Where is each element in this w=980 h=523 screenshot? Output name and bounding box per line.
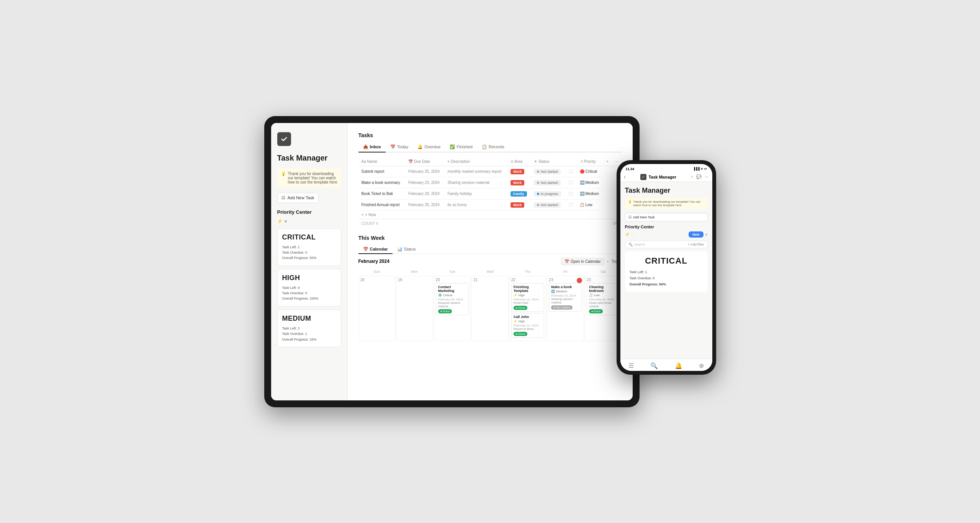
tablet-screen: Task Manager 💡 Thank you for downloading… <box>271 123 633 400</box>
sidebar: Task Manager 💡 Thank you for downloading… <box>271 123 348 400</box>
task-checkbox-cell[interactable]: ☐ <box>566 199 576 210</box>
phone-search-icon: 🔍 <box>628 243 633 246</box>
table-footer: COUNT 4 0% <box>358 219 622 228</box>
area-badge: Work <box>510 202 524 208</box>
done-status-badge-2: ● Done <box>514 306 528 310</box>
task-checkbox-cell[interactable]: ☐ <box>566 166 576 177</box>
notice-text: Thank you for downloading our template! … <box>288 172 337 184</box>
row-checkbox[interactable]: ☐ <box>569 169 573 174</box>
col-priority: ↗ Priority <box>577 157 603 166</box>
table-row[interactable]: Finished Annual report February 25, 2024… <box>358 199 622 210</box>
records-icon: 📋 <box>482 144 487 149</box>
medium-task-overdue: Task Overdue: 1 <box>282 331 336 336</box>
tablet-device: Task Manager 💡 Thank you for downloading… <box>264 116 640 407</box>
app-title: Task Manager <box>277 154 341 162</box>
phone-add-filter-label[interactable]: + Add filter <box>688 243 704 246</box>
tab-status[interactable]: 📊 Status <box>393 245 420 254</box>
left-chevron-icon[interactable]: ‹ <box>607 259 608 264</box>
add-nav-icon: ⊕ <box>699 362 704 369</box>
cal-day-18: 18 <box>358 276 396 341</box>
priority-value: 🔴 Critical <box>580 169 597 174</box>
phone-nav-logo: ✓ <box>640 174 646 180</box>
medium-progress: Overall Progress: 33% <box>282 337 336 342</box>
row-checkbox[interactable]: ☐ <box>569 180 573 185</box>
phone-new-button[interactable]: New <box>689 231 704 238</box>
overdue-icon: 🔔 <box>417 144 423 149</box>
critical-progress: Overall Progress: 50% <box>282 255 336 261</box>
col-due-date: 📅 Due Date <box>405 157 444 166</box>
phone-notice: 💡 Thank you for downloading our template… <box>625 198 708 209</box>
scrollable-content: Tasks 📥 Inbox 📅 Today 🔔 Overdue <box>348 123 633 400</box>
task-due-cell: February 25, 2024 <box>405 166 444 177</box>
row-checkbox[interactable]: ☐ <box>569 191 573 197</box>
cal-event-call-john[interactable]: Call John ⚡ High February 22, 2024 Repor… <box>511 313 545 338</box>
priority-filter-row[interactable]: ⚡ ∨ <box>277 219 341 224</box>
tab-records[interactable]: 📋 Records <box>477 142 509 152</box>
calendar-month: February 2024 <box>358 259 389 264</box>
cal-event-finishing-template[interactable]: Finishing Template ⚡ High February 22, 2… <box>511 283 545 312</box>
task-status-cell: Not started <box>531 177 566 188</box>
cal-day-20: 20 Contact Marketing ⚙️ Critical Februar… <box>434 276 471 341</box>
status-dot-icon <box>537 171 539 173</box>
plus-icon: + <box>362 213 364 217</box>
tasks-tabs-row: 📥 Inbox 📅 Today 🔔 Overdue ✅ <box>358 142 622 152</box>
more-icon[interactable]: ··· <box>705 174 708 179</box>
battery-icon: ▭ <box>704 167 707 171</box>
add-task-label: Add New Task <box>288 195 314 200</box>
task-checkbox-cell[interactable]: ☐ <box>566 177 576 188</box>
cal-event-contact-marketing[interactable]: Contact Marketing ⚙️ Critical February 2… <box>436 283 469 315</box>
task-area-cell: Work <box>507 199 531 210</box>
col-description: ≡ Description <box>444 157 507 166</box>
status-dot-icon <box>537 182 539 184</box>
task-desc-cell: monthly market summary report <box>444 166 507 177</box>
task-priority-cell: ➡️ Medium <box>577 188 603 199</box>
add-new-task-button[interactable]: ☑ Add New Task <box>277 193 319 203</box>
signal-icon: ▐▐▐ <box>693 167 699 171</box>
tab-inbox[interactable]: 📥 Inbox <box>358 142 386 152</box>
tab-overdue[interactable]: 🔔 Overdue <box>413 142 445 152</box>
share-icon[interactable]: ↑ <box>691 174 694 179</box>
add-new-row[interactable]: + + New <box>358 211 622 219</box>
phone-nav-search[interactable]: 🔍 <box>650 362 658 369</box>
phone-nav-add[interactable]: ⊕ <box>699 362 704 369</box>
phone-add-task-label: Add New Task <box>633 215 655 219</box>
phone-bottom-nav: ☰ 🔍 🔔 ⊕ <box>620 359 712 371</box>
open-in-calendar-button[interactable]: 📅 Open in Calendar <box>561 258 604 265</box>
cal-event-cleaning-bedroom[interactable]: Cleaning bedroom 📋 Low February 24, 2024… <box>587 283 620 315</box>
phone-content: Task Manager 💡 Thank you for downloading… <box>620 182 712 359</box>
col-add[interactable]: + <box>603 157 612 166</box>
row-checkbox[interactable]: ☐ <box>569 202 573 208</box>
tab-finished[interactable]: ✅ Finished <box>445 142 477 152</box>
area-badge: Family <box>510 191 527 197</box>
tab-today[interactable]: 📅 Today <box>386 142 413 152</box>
comment-icon[interactable]: 💬 <box>696 174 702 179</box>
tab-calendar[interactable]: 📅 Calendar <box>358 245 393 254</box>
col-area: ⊙ Area <box>507 157 531 166</box>
table-row[interactable]: Make a book summary February 23, 2024 Sh… <box>358 177 622 188</box>
task-checkbox-cell[interactable]: ☐ <box>566 188 576 199</box>
phone-search-placeholder: Search <box>634 243 645 246</box>
phone-filter-row: ⚡ ··· New ∨ <box>625 231 708 238</box>
phone-nav-list[interactable]: ☰ <box>628 362 634 369</box>
done-status-badge-4: ● Done <box>589 309 603 313</box>
priority-card-medium: MEDIUM Task Left: 2 Task Overdue: 1 Over… <box>277 310 341 347</box>
area-badge: Work <box>510 180 524 185</box>
phone-add-task-button[interactable]: ☑ Add New Task <box>625 213 708 221</box>
phone-search-bar[interactable]: 🔍 Search + Add filter <box>625 241 708 248</box>
cal-event-make-a-book[interactable]: Make a book ➡️ Medium February 23, 2024 … <box>549 283 582 312</box>
phone-filter-more-icon[interactable]: ··· <box>631 233 634 236</box>
cal-day-23-fri: 23 Make a book ➡️ Medium February 23, 20… <box>547 276 584 341</box>
phone-back-icon[interactable]: ‹ <box>624 174 626 180</box>
table-row[interactable]: Submit report February 25, 2024 monthly … <box>358 166 622 177</box>
area-badge: Work <box>510 169 524 174</box>
search-nav-icon: 🔍 <box>650 362 658 369</box>
task-status-cell: Not started <box>531 199 566 210</box>
phone-nav-bell[interactable]: 🔔 <box>675 362 682 369</box>
task-name-cell: Finished Annual report <box>358 199 406 210</box>
task-name-cell: Make a book summary <box>358 177 406 188</box>
phone-new-chevron-icon[interactable]: ∨ <box>705 233 708 236</box>
task-desc-cell: Sharing session material <box>444 177 507 188</box>
table-row[interactable]: Book Ticket to Bali February 29, 2024 Fa… <box>358 188 622 199</box>
status-dot-icon <box>537 204 539 206</box>
phone-priority-center-title: Priority Center <box>625 225 708 229</box>
